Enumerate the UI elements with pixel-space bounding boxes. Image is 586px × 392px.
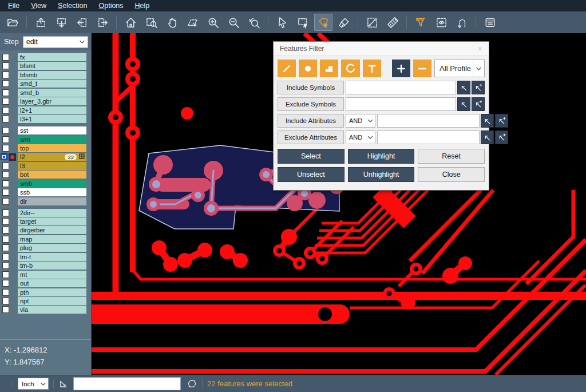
- refresh-icon[interactable]: [187, 378, 197, 389]
- layer-name[interactable]: l2+1: [18, 106, 86, 114]
- command-input[interactable]: [73, 377, 181, 390]
- layer-row-layer_3.gbr[interactable]: layer_3.gbr: [0, 97, 91, 105]
- layer-name[interactable]: l222: [18, 153, 86, 161]
- layer-name[interactable]: via: [18, 306, 86, 314]
- layer-name[interactable]: dirgerber: [18, 226, 86, 234]
- layer-row-plug[interactable]: plug: [0, 244, 91, 252]
- measure-line-icon[interactable]: [363, 14, 381, 31]
- layer-row-tm-t[interactable]: tm-t: [0, 253, 91, 261]
- layer-row-smd_t[interactable]: smd_t: [0, 80, 91, 88]
- pick-from-canvas-icon[interactable]: [457, 97, 470, 111]
- filter-arc-icon[interactable]: [341, 60, 359, 77]
- dialog-title-bar[interactable]: Features Filter ×: [274, 42, 489, 56]
- layer-checkbox[interactable]: [2, 171, 9, 178]
- layer-row-via[interactable]: via: [0, 306, 91, 314]
- layer-row-smd_b[interactable]: smd_b: [0, 89, 91, 97]
- layer-row-out[interactable]: out: [0, 279, 91, 287]
- layer-name[interactable]: mt: [18, 271, 86, 279]
- select-button[interactable]: Select: [278, 149, 345, 164]
- view-options-icon[interactable]: [432, 14, 450, 31]
- layer-row-2dir--[interactable]: 2dir--: [0, 209, 91, 217]
- layer-row-top[interactable]: top: [0, 144, 91, 152]
- menu-file[interactable]: File: [2, 1, 25, 11]
- filter-value-input[interactable]: [377, 130, 480, 144]
- filter-label-button[interactable]: Include Symbols: [278, 81, 344, 94]
- pan-left-icon[interactable]: [73, 14, 91, 31]
- filter-add-icon[interactable]: [392, 60, 410, 77]
- layer-checkbox[interactable]: [2, 89, 9, 96]
- layer-checkbox[interactable]: [2, 72, 9, 78]
- layer-checkbox[interactable]: [2, 218, 9, 225]
- layer-checkbox[interactable]: [2, 254, 9, 260]
- filter-remove-icon[interactable]: [413, 60, 431, 77]
- layer-checkbox[interactable]: [2, 236, 9, 243]
- layer-row-map[interactable]: map: [0, 235, 91, 243]
- layer-name[interactable]: npt: [18, 297, 86, 305]
- layer-row-mt[interactable]: mt: [0, 271, 91, 279]
- layer-row-tm-b[interactable]: tm-b: [0, 262, 91, 270]
- unhighlight-button[interactable]: Unhighlight: [348, 167, 415, 182]
- layer-row-dir[interactable]: dir: [0, 197, 91, 205]
- layer-name[interactable]: 2dir--: [18, 209, 86, 217]
- features-filter-icon[interactable]: [411, 14, 430, 31]
- layer-name[interactable]: layer_3.gbr: [18, 97, 86, 105]
- layer-checkbox[interactable]: [2, 198, 9, 205]
- highlight-button[interactable]: Highlight: [348, 149, 415, 164]
- layer-checkbox[interactable]: [2, 189, 9, 196]
- clean-brush-icon[interactable]: [335, 14, 353, 31]
- filter-label-button[interactable]: Exclude Attributes: [278, 130, 344, 144]
- layer-checkbox[interactable]: [2, 80, 9, 87]
- unselect-button[interactable]: Unselect: [278, 167, 345, 182]
- pan-down-icon[interactable]: [52, 14, 70, 31]
- layer-row-bfsmt[interactable]: bfsmt: [0, 62, 91, 70]
- filter-value-input[interactable]: [346, 97, 456, 111]
- and-or-select[interactable]: AND: [346, 114, 375, 128]
- select-polygon-icon[interactable]: [314, 14, 332, 31]
- snap-loop-icon[interactable]: [453, 14, 471, 31]
- layer-row-sst[interactable]: sst: [0, 126, 91, 134]
- grid-icon[interactable]: [79, 153, 85, 161]
- layer-checkbox[interactable]: [2, 136, 9, 143]
- layer-checkbox[interactable]: [2, 271, 9, 278]
- menu-selection[interactable]: Selection: [52, 1, 93, 11]
- layer-checkbox[interactable]: [2, 98, 9, 105]
- pan-hand-icon[interactable]: [163, 14, 181, 31]
- layer-name[interactable]: l3+1: [18, 115, 86, 123]
- layer-name[interactable]: smb: [18, 180, 86, 188]
- layer-name[interactable]: l3: [18, 162, 86, 170]
- layer-name[interactable]: dir: [18, 197, 86, 205]
- pick-from-canvas-icon[interactable]: [457, 81, 470, 94]
- filter-value-input[interactable]: [377, 114, 480, 128]
- layer-checkbox[interactable]: [2, 262, 9, 269]
- select-rect-icon[interactable]: [294, 14, 312, 31]
- and-or-select[interactable]: AND: [346, 130, 375, 144]
- profile-select[interactable]: All Profile: [434, 60, 485, 77]
- layer-name[interactable]: pth: [18, 288, 86, 296]
- layer-name[interactable]: bfsmb: [18, 71, 86, 79]
- step-select[interactable]: edit: [23, 36, 88, 48]
- close-button[interactable]: Close: [418, 167, 485, 182]
- filter-value-input[interactable]: [346, 81, 456, 94]
- menu-options[interactable]: Options: [93, 1, 129, 11]
- layer-checkbox[interactable]: [2, 180, 9, 187]
- pan-right-icon[interactable]: [93, 14, 112, 31]
- layer-name[interactable]: smd_t: [18, 80, 86, 88]
- layer-name[interactable]: map: [18, 235, 86, 243]
- layer-checkbox[interactable]: [2, 127, 9, 134]
- layer-row-dirgerber[interactable]: dirgerber: [0, 226, 91, 234]
- layer-row-l3[interactable]: l3: [0, 162, 91, 170]
- layer-name[interactable]: smt: [18, 136, 86, 144]
- layer-row-npt[interactable]: npt: [0, 297, 91, 305]
- layer-checkbox[interactable]: [2, 62, 9, 69]
- zoom-in-icon[interactable]: [204, 14, 222, 31]
- units-select[interactable]: Inch: [18, 378, 49, 390]
- filter-text-icon[interactable]: [363, 60, 381, 77]
- menu-view[interactable]: View: [25, 1, 52, 11]
- zoom-previous-icon[interactable]: [245, 14, 263, 31]
- layer-name[interactable]: top: [18, 144, 86, 152]
- add-pick-from-canvas-icon[interactable]: [472, 97, 485, 111]
- layer-row-pth[interactable]: pth: [0, 288, 91, 296]
- layer-checkbox[interactable]: [2, 116, 9, 122]
- layer-name[interactable]: sst: [18, 126, 86, 134]
- layer-checkbox[interactable]: [2, 244, 9, 251]
